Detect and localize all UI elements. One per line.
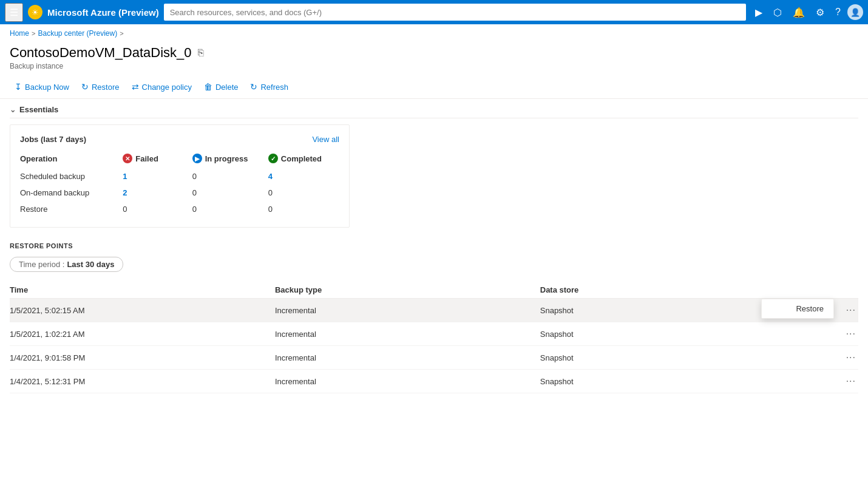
action-cell: ··· Restore — [805, 299, 858, 322]
time-period-badge[interactable]: Time period : Last 30 days — [10, 257, 123, 272]
breadcrumb-sep1: > — [32, 30, 35, 37]
col-header-backup-type: Backup type — [275, 282, 540, 299]
action-cell: ··· — [805, 370, 858, 393]
help-icon[interactable]: ? — [831, 4, 845, 20]
refresh-icon: ↻ — [250, 82, 257, 92]
failed-status-icon: ✕ — [123, 154, 132, 163]
hamburger-icon[interactable]: ☰ — [5, 3, 23, 22]
cloud-shell-icon[interactable]: ▶ — [751, 4, 767, 21]
operation-cell: On-demand backup — [20, 185, 123, 201]
context-menu: Restore — [761, 299, 834, 319]
breadcrumb: Home > Backup center (Preview) > — [0, 24, 868, 42]
col-header-operation: Operation — [20, 151, 123, 168]
completed-cell: 4 — [268, 168, 339, 185]
context-restore-item[interactable]: Restore — [762, 299, 833, 318]
failed-cell: 0 — [123, 201, 192, 217]
action-cell: ··· — [805, 346, 858, 370]
directory-icon[interactable]: ⬡ — [769, 4, 786, 21]
col-header-failed: ✕ Failed — [123, 151, 192, 168]
data-store-cell: Snapshot — [540, 370, 805, 393]
more-menu-button-3[interactable]: ··· — [844, 352, 858, 363]
time-cell: 1/5/2021, 5:02:15 AM — [10, 299, 275, 322]
table-row: 1/4/2021, 9:01:58 PM Incremental Snapsho… — [10, 346, 858, 370]
essentials-label: Essentials — [19, 105, 58, 114]
more-menu-button-2[interactable]: ··· — [844, 328, 858, 339]
jobs-table: Operation ✕ Failed ▶ In progress — [20, 151, 339, 217]
jobs-title: Jobs (last 7 days) — [20, 135, 86, 144]
delete-icon: 🗑 — [204, 82, 212, 92]
sun-icon: ☀ — [28, 5, 42, 19]
time-cell: 1/4/2021, 9:01:58 PM — [10, 346, 275, 370]
col-header-completed: ✓ Completed — [268, 151, 339, 168]
completed-status-icon: ✓ — [268, 154, 278, 163]
failed-link-2[interactable]: 2 — [123, 188, 127, 197]
delete-button[interactable]: 🗑 Delete — [199, 79, 243, 95]
search-input[interactable] — [164, 4, 746, 21]
copy-icon[interactable]: ⎘ — [198, 47, 204, 58]
table-row: Scheduled backup 1 0 4 — [20, 168, 339, 185]
essentials-toggle-icon: ⌄ — [10, 106, 16, 114]
backup-type-cell: Incremental — [275, 322, 540, 346]
backup-type-cell: Incremental — [275, 299, 540, 322]
backup-type-cell: Incremental — [275, 346, 540, 370]
view-all-link[interactable]: View all — [312, 135, 339, 144]
operation-cell: Scheduled backup — [20, 168, 123, 185]
table-row: 1/5/2021, 5:02:15 AM Incremental Snapsho… — [10, 299, 858, 322]
table-row: 1/5/2021, 1:02:21 AM Incremental Snapsho… — [10, 322, 858, 346]
backup-now-button[interactable]: ↧ Backup Now — [10, 79, 74, 95]
notification-icon[interactable]: 🔔 — [788, 4, 809, 21]
avatar[interactable]: 👤 — [847, 4, 863, 20]
more-menu-button-4[interactable]: ··· — [844, 376, 858, 387]
page-header: ContosoDemoVM_DataDisk_0 ⎘ — [0, 42, 868, 61]
app-title: Microsoft Azure (Preview) — [47, 7, 159, 18]
inprog-cell: 0 — [192, 201, 268, 217]
restore-icon: ↻ — [81, 82, 89, 92]
restore-points-table: Time Backup type Data store 1/5/2021, 5:… — [10, 282, 858, 393]
jobs-header: Jobs (last 7 days) View all — [20, 135, 339, 144]
breadcrumb-sep2: > — [120, 30, 123, 37]
table-row: On-demand backup 2 0 0 — [20, 185, 339, 201]
col-header-time: Time — [10, 282, 275, 299]
inprog-cell: 0 — [192, 168, 268, 185]
action-cell: ··· — [805, 322, 858, 346]
page-title: ContosoDemoVM_DataDisk_0 — [10, 45, 192, 61]
time-cell: 1/4/2021, 5:12:31 PM — [10, 370, 275, 393]
change-policy-button[interactable]: ⇄ Change policy — [127, 79, 197, 95]
change-policy-icon: ⇄ — [132, 82, 139, 92]
essentials-header[interactable]: ⌄ Essentials — [10, 99, 858, 118]
col-header-inprogress: ▶ In progress — [192, 151, 268, 168]
time-period-label: Time period : — [19, 260, 64, 269]
completed-link[interactable]: 4 — [268, 172, 273, 181]
restore-points-title: RESTORE POINTS — [10, 242, 858, 249]
refresh-button[interactable]: ↻ Refresh — [245, 79, 293, 95]
col-header-action — [805, 282, 858, 299]
inprogress-status-icon: ▶ — [192, 154, 202, 163]
restore-points-section: RESTORE POINTS Time period : Last 30 day… — [10, 242, 858, 393]
completed-cell: 0 — [268, 201, 339, 217]
main-content: ⌄ Essentials Jobs (last 7 days) View all… — [0, 99, 868, 393]
failed-cell: 2 — [123, 185, 192, 201]
time-period-value: Last 30 days — [67, 260, 114, 269]
operation-cell: Restore — [20, 201, 123, 217]
page-subtitle: Backup instance — [0, 61, 868, 75]
settings-icon[interactable]: ⚙ — [812, 4, 829, 21]
breadcrumb-backup-center[interactable]: Backup center (Preview) — [38, 29, 117, 38]
table-row: Restore 0 0 0 — [20, 201, 339, 217]
inprog-cell: 0 — [192, 185, 268, 201]
breadcrumb-home[interactable]: Home — [10, 29, 29, 38]
topbar-icons: ▶ ⬡ 🔔 ⚙ ? 👤 — [751, 4, 863, 21]
backup-type-cell: Incremental — [275, 370, 540, 393]
col-header-data-store: Data store — [540, 282, 805, 299]
data-store-cell: Snapshot — [540, 322, 805, 346]
more-menu-button[interactable]: ··· — [844, 305, 858, 316]
time-cell: 1/5/2021, 1:02:21 AM — [10, 322, 275, 346]
jobs-card: Jobs (last 7 days) View all Operation ✕ … — [10, 124, 350, 228]
data-store-cell: Snapshot — [540, 346, 805, 370]
failed-link[interactable]: 1 — [123, 172, 127, 181]
toolbar: ↧ Backup Now ↻ Restore ⇄ Change policy 🗑… — [0, 75, 868, 99]
restore-button[interactable]: ↻ Restore — [76, 79, 124, 95]
backup-now-icon: ↧ — [15, 82, 22, 92]
failed-cell: 1 — [123, 168, 192, 185]
table-row: 1/4/2021, 5:12:31 PM Incremental Snapsho… — [10, 370, 858, 393]
completed-cell: 0 — [268, 185, 339, 201]
